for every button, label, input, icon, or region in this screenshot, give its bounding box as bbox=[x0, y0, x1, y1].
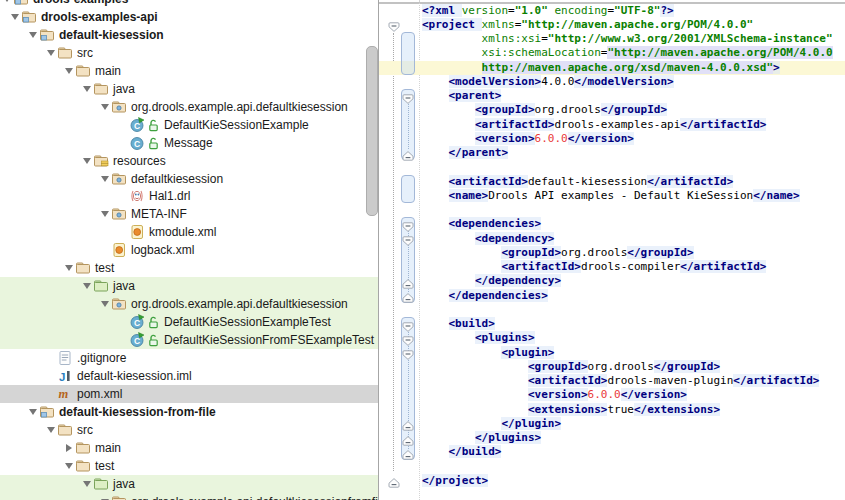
chevron-expanded-icon[interactable] bbox=[26, 29, 39, 41]
tree-row[interactable]: src bbox=[0, 421, 378, 439]
code-line[interactable]: <?xml version="1.0" encoding="UTF-8"?> bbox=[422, 4, 674, 18]
code-line[interactable]: xmlns:xsi="http://www.w3.org/2001/XMLSch… bbox=[422, 32, 833, 46]
chevron-expanded-icon[interactable] bbox=[8, 11, 21, 23]
code-line[interactable]: <version>6.0.0</version> bbox=[422, 132, 634, 146]
fold-end-icon[interactable] bbox=[402, 276, 414, 287]
code-line[interactable]: http://maven.apache.org/xsd/maven-4.0.0.… bbox=[422, 61, 780, 75]
chevron-expanded-icon[interactable] bbox=[98, 101, 111, 113]
code-line[interactable]: <project xmlns="http://maven.apache.org/… bbox=[422, 18, 753, 32]
chevron-expanded-icon[interactable] bbox=[98, 496, 111, 500]
tree-row[interactable]: test bbox=[0, 259, 378, 277]
fold-collapse-icon[interactable] bbox=[402, 219, 414, 230]
chevron-expanded-icon[interactable] bbox=[0, 0, 13, 5]
code-token-attr: xsi:schemaLocation bbox=[482, 46, 601, 59]
fold-collapse-icon[interactable] bbox=[402, 319, 414, 330]
code-line[interactable]: <name>Drools API examples - Default KieS… bbox=[422, 189, 800, 203]
code-line[interactable]: </dependencies> bbox=[422, 289, 548, 303]
code-line[interactable]: <dependency> bbox=[422, 232, 554, 246]
code-line[interactable]: <extensions>true</extensions> bbox=[422, 403, 720, 417]
tree-row[interactable]: org.drools.example.api.defaultkiesession bbox=[0, 295, 378, 313]
tree-row[interactable]: drools-examples-api bbox=[0, 8, 378, 26]
tree-row[interactable]: kmodule.xml bbox=[0, 223, 378, 241]
chevron-expanded-icon[interactable] bbox=[98, 208, 111, 220]
fold-end-icon[interactable] bbox=[388, 475, 400, 486]
code-line[interactable]: <plugins> bbox=[422, 331, 535, 345]
chevron-expanded-icon[interactable] bbox=[62, 262, 75, 274]
code-line[interactable]: <modelVersion>4.0.0</modelVersion> bbox=[422, 75, 674, 89]
tree-row[interactable]: main bbox=[0, 439, 378, 457]
chevron-expanded-icon[interactable] bbox=[26, 406, 39, 418]
fold-collapse-icon[interactable] bbox=[388, 19, 400, 30]
code-line[interactable]: </build> bbox=[422, 445, 501, 459]
fold-collapse-icon[interactable] bbox=[402, 333, 414, 344]
tree-row[interactable]: logback.xml bbox=[0, 241, 378, 259]
tree-scrollbar-thumb[interactable] bbox=[366, 46, 378, 216]
code-line[interactable]: <artifactId>drools-maven-plugin</artifac… bbox=[422, 374, 819, 388]
chevron-expanded-icon[interactable] bbox=[80, 155, 93, 167]
code-line[interactable]: <groupId>org.drools</groupId> bbox=[422, 246, 694, 260]
code-line[interactable]: <artifactId>drools-examples-api</artifac… bbox=[422, 118, 766, 132]
tree-row[interactable]: default-kiesession-from-file bbox=[0, 403, 378, 421]
tree-row[interactable]: Jdefault-kiesession.iml bbox=[0, 367, 378, 385]
tree-row[interactable]: test bbox=[0, 457, 378, 475]
chevron-expanded-icon[interactable] bbox=[80, 478, 93, 490]
fold-region-indicator[interactable] bbox=[401, 175, 415, 204]
tree-row[interactable]: CDefaultKieSessionExampleTest bbox=[0, 313, 378, 331]
chevron-expanded-icon[interactable] bbox=[98, 173, 111, 185]
fold-collapse-icon[interactable] bbox=[402, 91, 414, 102]
tree-row[interactable]: org.drools.example.api.defaultkiesession bbox=[0, 98, 378, 116]
code-line[interactable]: <build> bbox=[422, 317, 495, 331]
tree-row[interactable]: CDefaultKieSessionFromFSExampleTest bbox=[0, 331, 378, 349]
tree-row[interactable]: defaultkiesession bbox=[0, 170, 378, 188]
code-line[interactable]: </plugin> bbox=[422, 417, 561, 431]
fold-end-icon[interactable] bbox=[402, 433, 414, 444]
code-line[interactable]: <plugin> bbox=[422, 346, 554, 360]
tree-row[interactable]: drools-examples bbox=[0, 0, 378, 8]
chevron-expanded-icon[interactable] bbox=[62, 65, 75, 77]
code-line[interactable]: </project> bbox=[422, 474, 488, 488]
code-line[interactable]: <groupId>org.drools</groupId> bbox=[422, 360, 720, 374]
chevron-expanded-icon[interactable] bbox=[80, 280, 93, 292]
fold-end-icon[interactable] bbox=[402, 418, 414, 429]
chevron-expanded-icon[interactable] bbox=[44, 47, 57, 59]
fold-collapse-icon[interactable] bbox=[402, 233, 414, 244]
fold-collapse-icon[interactable] bbox=[402, 347, 414, 358]
code-line[interactable]: </dependency> bbox=[422, 274, 561, 288]
code-line[interactable]: <artifactId>drools-compiler</artifactId> bbox=[422, 260, 766, 274]
code-line[interactable]: </plugins> bbox=[422, 431, 541, 445]
tree-row[interactable]: Hal1.drl bbox=[0, 187, 378, 205]
tree-row[interactable]: java bbox=[0, 475, 378, 493]
class-run-icon: C bbox=[129, 117, 145, 133]
chevron-expanded-icon[interactable] bbox=[80, 83, 93, 95]
tree-row[interactable]: CMessage bbox=[0, 134, 378, 152]
chevron-expanded-icon[interactable] bbox=[98, 298, 111, 310]
code-line[interactable]: <groupId>org.drools</groupId> bbox=[422, 103, 667, 117]
chevron-expanded-icon[interactable] bbox=[44, 424, 57, 436]
fold-end-icon[interactable] bbox=[402, 148, 414, 159]
code-line[interactable]: <dependencies> bbox=[422, 217, 541, 231]
tree-row[interactable]: org.drools.example.api.defaultkiesession… bbox=[0, 493, 378, 500]
tree-row[interactable]: .gitignore bbox=[0, 349, 378, 367]
fold-end-icon[interactable] bbox=[402, 290, 414, 301]
chevron-collapsed-icon[interactable] bbox=[62, 442, 75, 454]
code-line[interactable]: <artifactId>default-kiesession</artifact… bbox=[422, 175, 733, 189]
module-icon bbox=[13, 0, 29, 7]
tree-item-label: org.drools.example.api.defaultkiesession bbox=[131, 100, 348, 114]
tree-row[interactable]: src bbox=[0, 44, 378, 62]
chevron-expanded-icon[interactable] bbox=[62, 460, 75, 472]
tree-row[interactable]: java bbox=[0, 277, 378, 295]
tree-row[interactable]: mpom.xml bbox=[0, 385, 378, 403]
tree-row[interactable]: CDefaultKieSessionExample bbox=[0, 116, 378, 134]
tree-row[interactable]: main bbox=[0, 62, 378, 80]
tree-row[interactable]: META-INF bbox=[0, 205, 378, 223]
code-line[interactable]: <version>6.0.0</version> bbox=[422, 388, 687, 402]
fold-guide-line bbox=[408, 100, 409, 149]
tree-row[interactable]: java bbox=[0, 80, 378, 98]
code-line[interactable]: xsi:schemaLocation="http://maven.apache.… bbox=[422, 46, 833, 60]
code-line[interactable]: </parent> bbox=[422, 146, 508, 160]
fold-end-icon[interactable] bbox=[402, 447, 414, 458]
fold-region-indicator[interactable] bbox=[401, 32, 415, 75]
tree-row[interactable]: default-kiesession bbox=[0, 26, 378, 44]
tree-row[interactable]: resources bbox=[0, 152, 378, 170]
code-line[interactable]: <parent> bbox=[422, 89, 501, 103]
